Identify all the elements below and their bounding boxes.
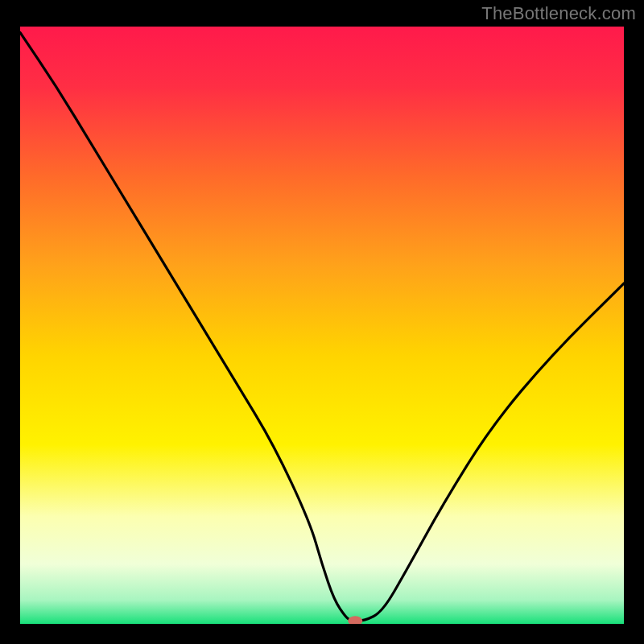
gradient-background: [20, 27, 624, 624]
watermark-label: TheBottleneck.com: [481, 3, 636, 24]
bottleneck-chart: [20, 27, 624, 624]
chart-frame: TheBottleneck.com: [0, 0, 644, 644]
plot-area: [16, 23, 628, 628]
